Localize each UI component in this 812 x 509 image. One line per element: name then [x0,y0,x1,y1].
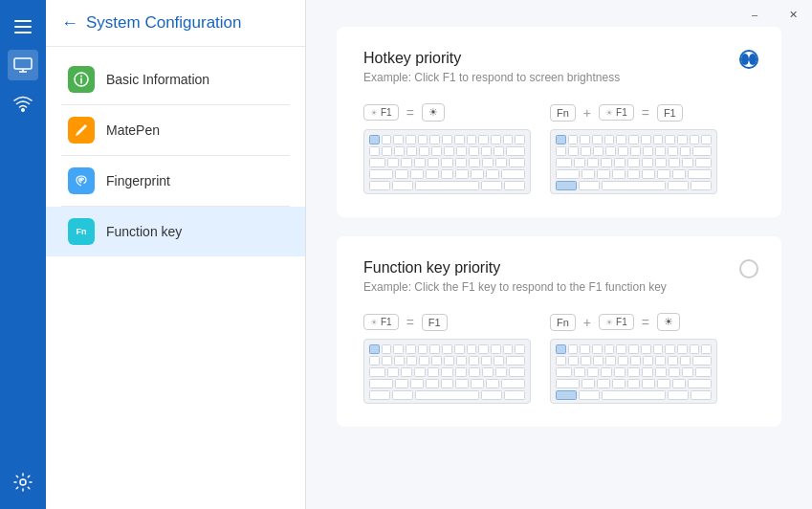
fingerprint-icon [68,167,95,194]
fnkey-equals1: = [406,315,414,330]
function-key-radio-button[interactable] [739,259,758,278]
hotkey-keyboards-row: ☀ F1 = ☀ [363,103,755,194]
function-key-label: Function key [106,224,182,239]
hamburger-menu-icon[interactable] [8,11,38,42]
fnkey-fn-key: Fn [550,314,576,331]
fnkey-keyboards-row: ☀ F1 = F1 [363,313,755,404]
svg-rect-3 [14,58,32,69]
svg-point-11 [80,179,82,181]
svg-rect-0 [14,20,32,22]
hotkey-priority-section: Hotkey priority Example: Click F1 to res… [337,27,781,217]
hotkey-equals1: = [406,105,414,121]
close-button[interactable]: ✕ [774,0,812,29]
sidebar-item-basic-info[interactable]: Basic Information [46,55,305,104]
hotkey-formula1: ☀ F1 = ☀ [363,103,531,122]
fnkey-formula1: ☀ F1 = F1 [363,314,531,331]
fnkey-result1: F1 [422,314,448,331]
fnkey-demo1: ☀ F1 = F1 [363,314,531,404]
nav-header: ← System Configuration [46,0,305,47]
function-key-priority-title: Function key priority [363,259,755,277]
fnkey-plus: + [583,315,591,330]
hotkey-f1-key: ☀ F1 [363,104,399,121]
nav-title: System Configuration [86,13,242,33]
hotkey-fn-key: Fn [550,104,576,122]
hotkey-demo2: Fn + ☀ F1 = F1 [550,104,717,194]
svg-rect-2 [14,32,32,33]
sidebar-item-fingerprint[interactable]: Fingerprint [46,156,305,206]
matepen-label: MatePen [106,122,160,138]
nav-panel: ← System Configuration Basic Information [46,0,306,509]
hotkey-priority-title: Hotkey priority [363,50,755,67]
fingerprint-label: Fingerprint [106,173,170,188]
fnkey-formula2: Fn + ☀ F1 = ☀ [550,313,717,331]
basic-info-icon [68,66,95,93]
display-icon[interactable] [8,50,38,80]
hotkey-keyboard1 [363,129,531,194]
wifi-icon[interactable] [8,88,38,119]
hotkey-plus: + [583,105,591,121]
fnkey-demo2: Fn + ☀ F1 = ☀ [550,313,717,404]
function-key-priority-subtitle: Example: Click the F1 key to respond to … [363,280,755,294]
matepen-icon [68,117,95,144]
function-key-priority-section: Function key priority Example: Click the… [337,236,781,427]
basic-info-label: Basic Information [106,72,209,87]
svg-point-7 [20,479,26,485]
svg-rect-1 [14,26,32,28]
hotkey-f1-key2: ☀ F1 [599,104,634,121]
hotkey-demo1: ☀ F1 = ☀ [363,103,531,194]
sidebar-item-matepen[interactable]: MatePen [46,105,305,155]
sidebar [0,0,46,509]
fnkey-equals2: = [642,315,649,330]
fnkey-f1-key: ☀ F1 [363,314,399,330]
hotkey-equals2: = [642,105,649,121]
svg-point-10 [80,76,82,77]
content-area: Hotkey priority Example: Click F1 to res… [306,0,812,509]
fnkey-result2: ☀ [657,313,680,331]
window-controls: – ✕ [735,0,812,29]
fnkey-keyboard2 [550,339,717,404]
hotkey-radio-button[interactable] [739,50,758,69]
hotkey-formula2: Fn + ☀ F1 = F1 [550,104,717,122]
minimize-button[interactable]: – [735,0,774,29]
hotkey-result2: F1 [657,104,683,122]
fnkey-f1-key2: ☀ F1 [599,314,634,330]
function-key-icon: Fn [68,218,95,245]
back-button[interactable]: ← [61,14,78,32]
svg-point-6 [22,109,24,111]
hotkey-keyboard2 [550,129,717,194]
hotkey-result1: ☀ [422,103,445,122]
fnkey-keyboard1 [363,339,531,404]
hotkey-priority-subtitle: Example: Click F1 to respond to screen b… [363,71,755,84]
nav-items: Basic Information MatePen [46,47,305,264]
settings-icon[interactable] [8,467,38,498]
sidebar-item-function-key[interactable]: Fn Function key [46,207,305,256]
